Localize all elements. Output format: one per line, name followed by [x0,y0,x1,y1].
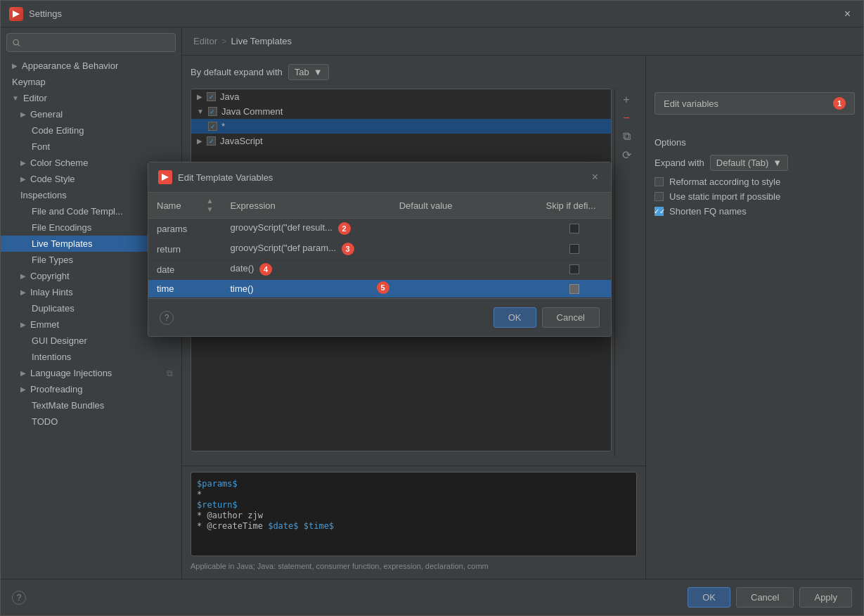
col-header-default: Default value [391,193,538,219]
skip-checkbox[interactable] [569,264,579,274]
col-header-name: Name ▲ ▼ [148,193,221,219]
table-row[interactable]: return groovyScript("def param... 3 [148,239,611,259]
expand-with-value: Tab [295,67,309,77]
expand-arrow-icon: ▶ [20,159,26,167]
tree-item-star[interactable]: * [191,119,611,134]
sidebar-item-code-editing[interactable]: Code Editing [1,122,181,139]
reformat-checkbox[interactable] [655,177,664,186]
table-row[interactable]: time 5 [148,280,611,298]
code-line-5: * @createTime $date$ $time$ [197,521,631,531]
help-icon[interactable]: ? [12,591,26,605]
apply-button[interactable]: Apply [799,587,852,608]
row-skip [538,219,611,239]
right-toolbar: + − ⧉ ⟳ [614,89,637,457]
edit-variables-button[interactable]: Edit variables 1 [655,92,855,115]
static-import-checkbox[interactable] [655,192,664,201]
dialog-title: Edit Template Variables [178,172,273,183]
tree-item-label: * [221,121,225,131]
dialog-buttons: OK Cancel [494,307,600,328]
search-box[interactable] [6,33,176,52]
java-checkbox[interactable] [207,92,216,101]
sidebar-item-editor[interactable]: ▼ Editor [1,90,181,106]
expand-arrow-icon: ▶ [20,385,26,393]
breadcrumb-current: Live Templates [231,36,292,46]
window-close-button[interactable]: × [840,6,855,22]
applicable-text: Applicable in Java; Java: statement, con… [191,559,637,573]
sidebar-item-label: Emmet [30,319,59,330]
search-input[interactable] [25,37,169,48]
sidebar-item-label: Font [32,141,50,152]
edit-variables-label: Edit variables [664,98,718,109]
sort-up-icon[interactable]: ▲ [207,197,214,205]
sidebar-item-label: Intentions [32,352,71,362]
shorten-fq-option: ✓ Shorten FQ names [655,206,855,217]
expression-input[interactable] [221,280,390,297]
edit-variables-badge: 1 [833,97,846,110]
row-badge: 2 [338,222,351,235]
row-skip [538,280,611,298]
remove-button[interactable]: − [618,110,635,127]
options-expand-value: Default (Tab) [716,158,768,168]
sort-down-icon[interactable]: ▼ [207,205,214,214]
dialog-cancel-button[interactable]: Cancel [542,307,600,328]
table-row[interactable]: params groovyScript("def result... 2 [148,219,611,239]
skip-checkbox[interactable] [569,284,579,294]
sidebar-item-keymap[interactable]: Keymap [1,74,181,90]
code-param: $time$ [304,521,334,531]
breadcrumb-separator: > [221,36,227,46]
row-name: params [148,219,221,239]
row-expression: 5 [221,280,390,298]
tree-item-label: Java Comment [221,106,283,117]
skip-checkbox[interactable] [569,224,579,233]
javascript-checkbox[interactable] [207,136,216,146]
sidebar-item-todo[interactable]: TODO [1,413,181,430]
history-button[interactable]: ⟳ [618,146,635,163]
shorten-fq-checkbox[interactable]: ✓ [655,207,664,216]
row-name: time [148,280,221,298]
table-row[interactable]: date date() 4 [148,259,611,280]
footer-bar: ? OK Cancel Apply [1,579,863,615]
code-line-1: $params$ [197,479,631,489]
sidebar-item-textmate-bundles[interactable]: TextMate Bundles [1,397,181,413]
dialog-title-content: Edit Template Variables [158,170,273,184]
static-import-label: Use static import if possible [669,191,780,202]
row-expression: date() 4 [221,259,390,280]
code-line-3: $return$ [197,500,631,510]
dialog-help-icon[interactable]: ? [160,311,174,325]
ok-button[interactable]: OK [688,587,730,608]
options-expand-select[interactable]: Default (Tab) ▼ [710,155,788,171]
expand-arrow-icon: ▼ [197,108,204,115]
cancel-button[interactable]: Cancel [736,587,794,608]
sidebar-item-label: Proofreading [30,384,82,394]
row-name: return [148,239,221,259]
sidebar-item-font[interactable]: Font [1,139,181,155]
java-comment-checkbox[interactable] [208,107,217,116]
dropdown-arrow-icon: ▼ [314,67,323,77]
expand-with-select[interactable]: Tab ▼ [288,64,329,80]
tree-item-java[interactable]: ▶ Java [191,89,611,104]
copy-button[interactable]: ⧉ [618,128,635,145]
tree-item-javascript[interactable]: ▶ JavaScript [191,134,611,148]
star-checkbox[interactable] [208,122,217,131]
dialog-close-button[interactable]: × [589,169,601,185]
expand-arrow-icon: ▼ [12,94,19,102]
expand-arrow-icon: ▶ [20,272,26,280]
sidebar-item-intentions[interactable]: Intentions [1,349,181,365]
add-button[interactable]: + [618,91,635,108]
reformat-label: Reformat according to style [669,177,780,187]
col-header-skip: Skip if defi... [538,193,611,219]
edit-vars-row: Edit variables 1 [655,92,855,137]
sidebar-item-appearance[interactable]: ▶ Appearance & Behavior [1,58,181,74]
svg-point-0 [13,39,18,44]
remove-icon: − [623,112,629,124]
variables-table: Name ▲ ▼ Expression Default value [148,193,611,298]
dialog-ok-button[interactable]: OK [494,307,536,328]
row-badge: 4 [259,263,272,276]
sidebar-item-language-injections[interactable]: ▶ Language Injections ⧉ [1,365,181,381]
sidebar-item-general[interactable]: ▶ General [1,106,181,122]
skip-checkbox[interactable] [569,244,579,254]
expand-arrow-icon: ▶ [20,110,26,118]
tree-item-java-comment[interactable]: ▼ Java Comment [191,104,611,119]
sidebar-item-proofreading[interactable]: ▶ Proofreading [1,381,181,397]
row-default [391,239,538,259]
